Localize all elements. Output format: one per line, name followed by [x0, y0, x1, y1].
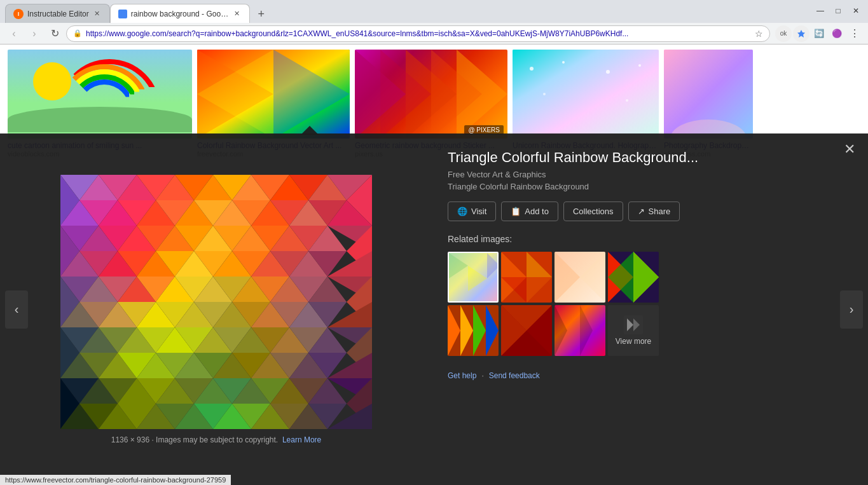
add-to-button[interactable]: 📋 Add to [501, 202, 558, 221]
close-window-button[interactable]: ✕ [849, 5, 863, 17]
tab-google[interactable]: G rainbow background - Google Se... ✕ [110, 4, 250, 23]
back-button[interactable]: ‹ [5, 25, 23, 43]
related-label: Related images: [448, 234, 853, 244]
view-more-button[interactable]: View more [608, 305, 659, 356]
google-favicon: G [118, 10, 127, 18]
page-content: cute cartoon animation of smiling sun ..… [0, 44, 868, 485]
svg-point-14 [638, 64, 641, 67]
main-image-container: 1136 × 936 · Images may be subject to co… [60, 175, 372, 444]
nav-bar: ‹ › ↻ 🔒 https://www.google.com/search?q=… [0, 23, 868, 44]
instructable-favicon: I [13, 9, 24, 19]
extension-icon-3[interactable]: 🔄 [811, 25, 827, 42]
maximize-button[interactable]: □ [831, 5, 845, 17]
menu-icon[interactable]: ⋮ [846, 25, 863, 42]
refresh-button[interactable]: ↻ [46, 25, 64, 43]
browser-chrome: — □ ✕ I Instructable Editor ✕ G rainbow … [0, 0, 868, 44]
new-tab-button[interactable]: + [252, 5, 270, 23]
related-thumb-1[interactable] [448, 252, 499, 303]
visit-label: Visit [471, 207, 486, 216]
overlay-left: 1136 × 936 · Images may be subject to co… [0, 133, 432, 485]
learn-more-link[interactable]: Learn More [282, 435, 321, 444]
related-thumb-3[interactable] [555, 252, 605, 303]
action-buttons: 🌐 Visit 📋 Add to Collections ↗ Share [448, 202, 853, 221]
add-to-label: Add to [525, 207, 549, 216]
related-images-grid: View more [448, 252, 853, 356]
svg-point-11 [530, 67, 534, 71]
panel-title: Triangle Colorful Rainbow Background... [448, 149, 853, 167]
add-icon: 📋 [511, 207, 521, 216]
related-thumb-7[interactable] [555, 305, 605, 356]
bookmark-star-icon[interactable]: ☆ [755, 29, 763, 39]
panel-footer: Get help · Send feedback [448, 371, 853, 380]
extension-icon-2[interactable] [793, 25, 809, 42]
main-image [60, 175, 372, 429]
tab-instructable-label: Instructable Editor [27, 10, 89, 18]
share-icon: ↗ [638, 207, 645, 216]
svg-rect-10 [513, 50, 659, 139]
collections-button[interactable]: Collections [563, 202, 623, 221]
related-thumb-5[interactable] [448, 305, 499, 356]
svg-point-16 [626, 99, 628, 102]
share-label: Share [649, 207, 671, 216]
tab-bar: — □ ✕ I Instructable Editor ✕ G rainbow … [0, 0, 868, 23]
tab-google-label: rainbow background - Google Se... [131, 10, 229, 18]
tab-instructable-close[interactable]: ✕ [93, 10, 102, 18]
panel-description: Triangle Colorful Rainbow Background [448, 182, 853, 191]
collections-label: Collections [573, 207, 614, 216]
image-info-bar: 1136 × 936 · Images may be subject to co… [111, 435, 322, 444]
svg-point-15 [543, 93, 546, 95]
next-button[interactable]: › [840, 290, 863, 329]
nav-extension-icons: ok 🔄 🟣 ⋮ [775, 25, 863, 42]
tab-instructable[interactable]: I Instructable Editor ✕ [5, 4, 110, 23]
related-thumb-6[interactable] [501, 305, 552, 356]
share-button[interactable]: ↗ Share [628, 202, 680, 221]
security-icon: 🔒 [73, 29, 82, 38]
view-more-label: View more [616, 337, 651, 346]
close-button[interactable]: ✕ [844, 141, 855, 158]
get-help-link[interactable]: Get help [448, 371, 476, 380]
extension-icon-4[interactable]: 🟣 [829, 25, 845, 42]
extension-icon-1[interactable]: ok [775, 25, 792, 42]
svg-marker-0 [797, 30, 805, 38]
related-thumb-4[interactable] [608, 252, 659, 303]
footer-separator: · [481, 371, 483, 380]
overlay-right-panel: Triangle Colorful Rainbow Background... … [432, 133, 868, 485]
send-feedback-link[interactable]: Send feedback [489, 371, 540, 380]
minimize-button[interactable]: — [813, 5, 827, 17]
visit-icon: 🌐 [457, 207, 467, 216]
svg-point-12 [562, 61, 565, 64]
url-text: https://www.google.com/search?q=rainbow+… [86, 29, 751, 38]
address-bar[interactable]: 🔒 https://www.google.com/search?q=rainbo… [66, 25, 770, 42]
overlay-panel: ✕ ‹ [0, 133, 868, 485]
svg-point-13 [606, 70, 610, 74]
panel-subtitle: Free Vector Art & Graphics [448, 170, 853, 179]
related-thumb-2[interactable] [501, 252, 552, 303]
forward-button[interactable]: › [25, 25, 43, 43]
visit-button[interactable]: 🌐 Visit [448, 202, 496, 221]
bottom-url-bar: https://www.freevector.com/triangle-colo… [0, 475, 231, 485]
tab-google-close[interactable]: ✕ [233, 10, 242, 18]
